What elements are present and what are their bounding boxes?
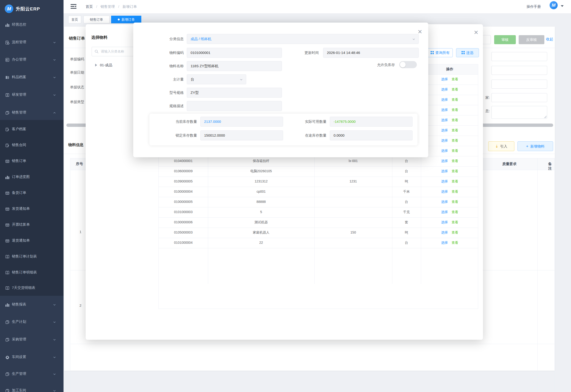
- view-link[interactable]: 查看: [451, 87, 458, 91]
- sidebar-item-销售管理[interactable]: 销售管理: [0, 108, 63, 118]
- order-form-input-4[interactable]: [491, 93, 547, 102]
- import-button[interactable]: ⇣引入: [488, 141, 514, 151]
- view-link[interactable]: 查看: [451, 139, 458, 142]
- view-link[interactable]: 查看: [451, 98, 458, 101]
- select-link[interactable]: 选择: [441, 77, 448, 81]
- sidebar-item-办公管理[interactable]: 办公管理: [0, 55, 63, 65]
- tree-node-finished-goods[interactable]: 01-成品: [100, 63, 112, 68]
- view-link[interactable]: 查看: [451, 210, 458, 214]
- unit-select[interactable]: 台: [187, 74, 246, 84]
- view-link[interactable]: 查看: [451, 241, 458, 244]
- sidebar-item-料品档案[interactable]: 料品档案: [0, 72, 63, 83]
- select-link[interactable]: 选择: [441, 241, 448, 244]
- sidebar-item-生产计划[interactable]: 生产计划: [0, 317, 63, 327]
- view-link[interactable]: 查看: [451, 159, 458, 163]
- select-link[interactable]: 选择: [441, 87, 448, 91]
- sidebar-item-销售报表[interactable]: 销售报表: [0, 300, 63, 310]
- view-link[interactable]: 查看: [451, 118, 458, 122]
- sidebar-item-订单进度图[interactable]: 订单进度图: [0, 172, 63, 182]
- avatar-caret-icon[interactable]: [561, 5, 564, 7]
- spec-input[interactable]: [187, 101, 282, 111]
- breadcrumb-home[interactable]: 首页: [86, 4, 93, 9]
- sidebar-item-流程管理[interactable]: 流程管理: [0, 37, 63, 48]
- sidebar-collapse-icon[interactable]: [70, 3, 77, 10]
- view-link[interactable]: 查看: [451, 200, 458, 204]
- manual-link[interactable]: 操作手册: [526, 4, 541, 9]
- updated-input[interactable]: 2026-01-14 14:48:46: [323, 48, 419, 58]
- sidebar-item-经营总控[interactable]: 经营总控: [0, 20, 63, 30]
- select-link[interactable]: 选择: [441, 179, 448, 183]
- sidebar-item-采购管理[interactable]: 采购管理: [0, 335, 63, 345]
- avatar[interactable]: M: [550, 1, 558, 9]
- select-link[interactable]: 选择: [441, 190, 448, 193]
- sidebar-item-销售合同[interactable]: 销售合同: [0, 140, 63, 151]
- select-link[interactable]: 选择: [441, 149, 448, 153]
- tab-sales-order[interactable]: 销售订单: [84, 16, 109, 23]
- view-link[interactable]: 查看: [451, 77, 458, 81]
- sidebar-item-客户档案[interactable]: 客户档案: [0, 124, 63, 135]
- select-link[interactable]: 选择: [441, 169, 448, 173]
- cell-actions: 选择查看: [421, 87, 479, 92]
- sidebar-item-开票结算单[interactable]: 开票结算单: [0, 220, 63, 230]
- order-form-textarea[interactable]: [491, 106, 547, 119]
- unaudit-button[interactable]: 反审核: [519, 35, 544, 44]
- view-link[interactable]: 查看: [451, 179, 458, 183]
- sidebar-item-销售订单[interactable]: 销售订单: [0, 156, 63, 167]
- view-link[interactable]: 查看: [451, 220, 458, 224]
- sidebar-item-车间设置[interactable]: 车间设置: [0, 352, 63, 363]
- locked-stock-input[interactable]: 150012.0000: [200, 130, 283, 140]
- tree-expand-icon[interactable]: [95, 64, 97, 67]
- code-input[interactable]: 0101000001: [187, 48, 282, 58]
- transit-stock-input[interactable]: 0.0000: [330, 130, 413, 140]
- view-link[interactable]: 查看: [451, 230, 458, 234]
- sidebar-item-销售订单明细表[interactable]: 销售订单明细表: [0, 267, 63, 278]
- chart-icon: [5, 303, 10, 307]
- sidebar-item-发货通知单[interactable]: 发货通知单: [0, 204, 63, 214]
- multi-select-button[interactable]: 连选: [456, 48, 479, 57]
- sidebar-item-7天交货明细表[interactable]: 7天交货明细表: [0, 283, 63, 294]
- collapse-link[interactable]: 收起: [546, 37, 553, 42]
- audit-button[interactable]: 审核: [494, 35, 516, 44]
- cell-name: 保存箱拉杆: [208, 159, 314, 163]
- select-link[interactable]: 选择: [441, 220, 448, 224]
- view-link[interactable]: 查看: [451, 108, 458, 112]
- select-link[interactable]: 选择: [441, 118, 448, 122]
- view-link[interactable]: 查看: [451, 149, 458, 153]
- breadcrumb-sales[interactable]: 销售管理: [101, 4, 115, 9]
- tab-new-order[interactable]: 新增订单: [111, 16, 141, 23]
- select-link[interactable]: 选择: [441, 108, 448, 112]
- copy-icon: [5, 111, 10, 115]
- add-material-button[interactable]: +新增物料: [517, 141, 553, 151]
- available-stock-input[interactable]: -147875.0000: [330, 117, 413, 127]
- order-form-input-1[interactable]: [491, 52, 547, 61]
- model-input[interactable]: ZY型: [187, 88, 282, 98]
- select-link[interactable]: 选择: [441, 98, 448, 101]
- sidebar-item-研发管理[interactable]: 研发管理: [0, 90, 63, 100]
- select-link[interactable]: 选择: [441, 200, 448, 204]
- tab-home[interactable]: 首页: [68, 16, 81, 23]
- current-stock-input[interactable]: 2137.0000: [200, 117, 283, 127]
- hidden-toolbar-input[interactable]: [482, 35, 491, 44]
- order-form-input-3[interactable]: [491, 80, 547, 89]
- cell-actions: 选择查看: [421, 169, 479, 173]
- select-link[interactable]: 选择: [441, 230, 448, 234]
- sidebar-item-销售订单计划表[interactable]: 销售订单计划表: [0, 252, 63, 262]
- select-link[interactable]: 选择: [441, 139, 448, 142]
- select-link[interactable]: 选择: [441, 159, 448, 163]
- sidebar-item-加工车间[interactable]: 加工车间: [0, 386, 63, 392]
- view-link[interactable]: 查看: [451, 190, 458, 193]
- cell-code: 0101000004: [159, 241, 208, 244]
- sidebar-item-生产管理[interactable]: 生产管理: [0, 369, 63, 379]
- negative-stock-toggle[interactable]: [399, 61, 417, 68]
- sidebar-item-退货通知单[interactable]: 退货通知单: [0, 236, 63, 246]
- select-link[interactable]: 选择: [441, 128, 448, 132]
- view-link[interactable]: 查看: [451, 169, 458, 173]
- modal-close-icon[interactable]: ✕: [473, 29, 479, 36]
- name-input[interactable]: 118S ZY型纸杯机: [187, 61, 282, 71]
- query-all-button[interactable]: 查询所有: [428, 48, 453, 57]
- category-select[interactable]: 成品 / 纸杯机: [187, 34, 419, 44]
- order-form-input-2[interactable]: [491, 66, 547, 75]
- sidebar-item-备货订单[interactable]: 备货订单: [0, 188, 63, 198]
- select-link[interactable]: 选择: [441, 210, 448, 214]
- view-link[interactable]: 查看: [451, 128, 458, 132]
